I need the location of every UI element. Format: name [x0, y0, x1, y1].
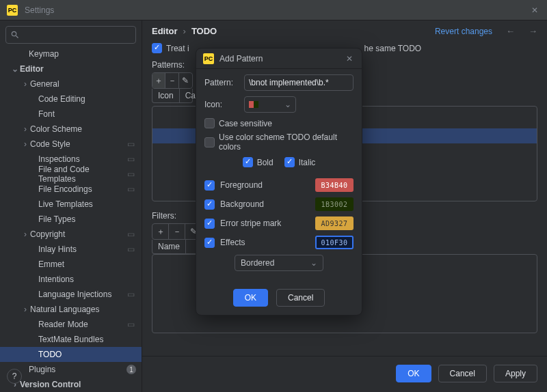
tree-item-label: Inspections: [38, 154, 125, 164]
icon-swatch-icon: [249, 101, 258, 108]
search-input[interactable]: [5, 26, 136, 44]
tree-item-file-types[interactable]: File Types: [0, 212, 142, 227]
settings-tree[interactable]: Keymap⌄Editor›GeneralCode EditingFont›Co…: [0, 49, 142, 392]
cancel-button[interactable]: Cancel: [438, 365, 487, 382]
apply-button[interactable]: Apply: [494, 365, 537, 382]
chevron-down-icon: ⌄: [284, 100, 291, 109]
close-icon[interactable]: ✕: [344, 53, 355, 64]
close-icon[interactable]: ✕: [529, 5, 540, 16]
foreground-color-chip[interactable]: B34B40: [315, 178, 353, 192]
breadcrumb-root[interactable]: Editor: [152, 26, 178, 36]
scope-icon: ▭: [125, 244, 136, 254]
titlebar: PC Settings ✕: [0, 0, 547, 20]
tree-item-copyright[interactable]: ›Copyright▭: [0, 227, 142, 242]
tree-item-keymap[interactable]: Keymap: [0, 49, 142, 61]
error-stripe-color-chip[interactable]: AD9327: [315, 216, 353, 230]
use-default-colors-checkbox[interactable]: [204, 137, 215, 148]
add-pattern-button[interactable]: ＋: [152, 73, 165, 88]
breadcrumb-leaf: TODO: [191, 26, 217, 36]
tree-item-label: Plugins: [29, 365, 126, 374]
tree-item-language-injections[interactable]: Language Injections▭: [0, 287, 142, 302]
chevron-icon: ⌄: [10, 64, 20, 74]
dialog-ok-button[interactable]: OK: [233, 289, 268, 307]
bold-checkbox[interactable]: [243, 157, 253, 167]
tree-item-editor[interactable]: ⌄Editor: [0, 61, 142, 76]
tree-item-label: Color Scheme: [30, 124, 136, 134]
background-label: Background: [220, 199, 310, 209]
tree-item-font[interactable]: Font: [0, 107, 142, 122]
tree-item-code-style[interactable]: ›Code Style▭: [0, 137, 142, 152]
tree-item-todo[interactable]: TODO: [0, 347, 142, 362]
tree-item-label: File Types: [38, 214, 136, 224]
chevron-down-icon: ⌄: [310, 258, 317, 268]
effects-type-combo[interactable]: Bordered ⌄: [235, 255, 323, 271]
chevron-icon: ›: [21, 139, 30, 149]
tree-item-label: TODO: [38, 350, 136, 359]
tree-item-label: Code Editing: [38, 94, 136, 104]
remove-filter-button[interactable]: －: [169, 224, 185, 239]
tree-item-natural-languages[interactable]: ›Natural Languages: [0, 302, 142, 317]
italic-checkbox[interactable]: [284, 157, 295, 167]
bold-label: Bold: [257, 158, 274, 167]
back-icon[interactable]: ←: [506, 26, 515, 36]
error-stripe-checkbox[interactable]: [204, 219, 215, 229]
forward-icon[interactable]: →: [529, 26, 537, 36]
tree-item-textmate-bundles[interactable]: TextMate Bundles: [0, 332, 142, 347]
chevron-icon: ›: [21, 124, 30, 134]
scope-icon: ▭: [125, 320, 136, 329]
search-icon: [10, 30, 20, 40]
foreground-checkbox[interactable]: [204, 180, 215, 191]
case-sensitive-checkbox[interactable]: [204, 118, 215, 128]
tree-item-label: Language Injections: [38, 290, 125, 299]
add-filter-button[interactable]: ＋: [152, 224, 169, 239]
tree-item-label: File and Code Templates: [38, 165, 125, 184]
tree-item-general[interactable]: ›General: [0, 76, 142, 92]
chevron-icon: ›: [21, 229, 30, 239]
tree-item-file-encodings[interactable]: File Encodings▭: [0, 182, 142, 197]
foreground-label: Foreground: [220, 180, 310, 190]
filters-label: Filters:: [152, 211, 176, 221]
tree-item-inlay-hints[interactable]: Inlay Hints▭: [0, 242, 142, 257]
treat-same-todo-label-right: he same TODO: [364, 44, 422, 53]
effects-checkbox[interactable]: [204, 238, 215, 248]
breadcrumb: Editor › TODO Revert changes ← →: [152, 26, 537, 36]
scope-icon: ▭: [125, 139, 136, 149]
edit-pattern-button[interactable]: ✎: [179, 73, 192, 88]
tree-item-label: Version Control: [20, 380, 136, 389]
app-logo-icon: PC: [7, 5, 18, 16]
background-checkbox[interactable]: [204, 199, 215, 210]
patterns-label: Patterns:: [152, 60, 185, 70]
effects-color-chip[interactable]: 010F30: [315, 236, 353, 249]
revert-changes-link[interactable]: Revert changes: [435, 27, 492, 36]
dialog-title: Add Pattern: [219, 54, 263, 64]
help-button[interactable]: ?: [7, 369, 22, 384]
tree-item-label: Emmet: [38, 260, 136, 269]
tree-item-file-and-code-templates[interactable]: File and Code Templates▭: [0, 167, 142, 182]
icon-combo[interactable]: ⌄: [244, 96, 296, 113]
tree-item-label: TextMate Bundles: [38, 335, 136, 344]
effects-type-value: Bordered: [241, 258, 274, 268]
background-color-chip[interactable]: 1B3002: [315, 197, 353, 211]
effects-label: Effects: [220, 238, 310, 247]
tree-item-color-scheme[interactable]: ›Color Scheme: [0, 122, 142, 137]
chevron-right-icon: ›: [183, 26, 186, 36]
remove-pattern-button[interactable]: －: [165, 73, 178, 88]
tree-item-code-editing[interactable]: Code Editing: [0, 92, 142, 107]
ok-button[interactable]: OK: [396, 365, 431, 382]
scope-icon: ▭: [125, 169, 136, 179]
add-pattern-dialog: PC Add Pattern ✕ Pattern: \bnot implemen…: [196, 48, 362, 316]
tree-item-intentions[interactable]: Intentions: [0, 272, 142, 287]
scope-icon: ▭: [125, 154, 136, 164]
dialog-cancel-button[interactable]: Cancel: [276, 289, 325, 307]
treat-same-todo-checkbox[interactable]: [152, 43, 162, 53]
badge: 1: [126, 365, 136, 374]
italic-label: Italic: [299, 158, 316, 167]
tree-item-live-templates[interactable]: Live Templates: [0, 197, 142, 212]
tree-item-label: Inlay Hints: [38, 244, 125, 254]
pattern-input[interactable]: \bnot implemented\b.*: [244, 74, 353, 91]
sidebar: Keymap⌄Editor›GeneralCode EditingFont›Co…: [0, 20, 142, 392]
scope-icon: ▭: [125, 229, 136, 239]
tree-item-emmet[interactable]: Emmet: [0, 257, 142, 272]
icon-field-label: Icon:: [204, 100, 237, 109]
tree-item-reader-mode[interactable]: Reader Mode▭: [0, 317, 142, 332]
